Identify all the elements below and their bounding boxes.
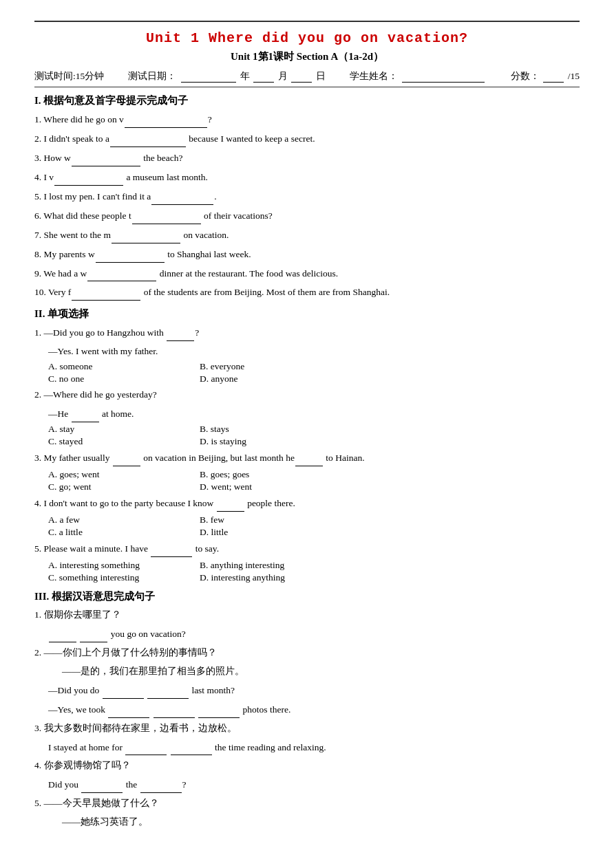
choice-2-5-B: B. anything interesting bbox=[200, 560, 324, 571]
blank-1-9 bbox=[87, 265, 156, 282]
sub-title: Unit 1第1课时 Section A（1a-2d） bbox=[34, 50, 580, 63]
q2-4-choices2: C. a little D. little bbox=[48, 527, 580, 538]
choice-2-4-A: A. a few bbox=[48, 514, 172, 525]
top-border bbox=[34, 21, 580, 22]
q1-7: 7. She went to the m on vacation. bbox=[34, 227, 580, 243]
q2-1-choices: A. someone B. everyone bbox=[48, 361, 580, 372]
q1-2: 2. I didn't speak to a because I wanted … bbox=[34, 131, 580, 147]
choice-2-3-B: B. goes; goes bbox=[200, 469, 324, 480]
blank-1-6 bbox=[132, 208, 201, 224]
q3-5-chinese-q: 5. ——今天早晨她做了什么？ bbox=[34, 796, 580, 812]
q1-6: 6. What did these people t of their vaca… bbox=[34, 208, 580, 224]
choice-2-3-A: A. goes; went bbox=[48, 469, 172, 480]
q1-10: 10. Very f of the students are from Beij… bbox=[34, 284, 580, 301]
blank-1-1 bbox=[125, 111, 207, 128]
blank-3-2a bbox=[103, 682, 144, 699]
q3-1-chinese: 1. 假期你去哪里了？ bbox=[34, 607, 580, 623]
q2-4-choices: A. a few B. few bbox=[48, 514, 580, 525]
score-field: 分数： /15 bbox=[511, 70, 580, 83]
choice-2-2-C: C. stayed bbox=[48, 436, 172, 447]
main-title: Unit 1 Where did you go on vacation? bbox=[34, 30, 580, 46]
choice-2-1-D: D. anyone bbox=[200, 373, 324, 384]
day-blank bbox=[291, 71, 312, 83]
q2-2-choices: A. stay B. stays bbox=[48, 424, 580, 435]
blank-3-2b bbox=[147, 682, 189, 699]
blank-2-3b bbox=[295, 450, 323, 466]
q2-5-choices: A. interesting something B. anything int… bbox=[48, 560, 580, 571]
info-row: 测试时间:15分钟 测试日期： 年 月 日 学生姓名： 分数： /15 bbox=[34, 70, 580, 87]
q1-8: 8. My parents w to Shanghai last week. bbox=[34, 246, 580, 263]
section3-title: III. 根据汉语意思完成句子 bbox=[34, 590, 580, 603]
blank-1-3 bbox=[72, 150, 140, 166]
blank-2-2 bbox=[72, 406, 99, 422]
blank-3-1a bbox=[49, 626, 76, 642]
q3-4-chinese: 4. 你参观博物馆了吗？ bbox=[34, 758, 580, 774]
choice-2-1-A: A. someone bbox=[48, 361, 172, 372]
q2-3-stem: 3. My father usually on vacation in Beij… bbox=[34, 450, 580, 466]
blank-1-8 bbox=[96, 246, 165, 263]
q3-4-english: Did you the ? bbox=[34, 777, 580, 793]
month-blank bbox=[253, 71, 274, 83]
blank-1-7 bbox=[112, 227, 180, 243]
choice-2-5-C: C. something interesting bbox=[48, 572, 172, 583]
q3-5-chinese-a: ——她练习英语了。 bbox=[34, 814, 580, 830]
choice-2-2-D: D. is staying bbox=[200, 436, 324, 447]
q2-3-choices2: C. go; went D. went; went bbox=[48, 481, 580, 492]
q2-1-dialog: —Yes. I went with my father. bbox=[34, 344, 580, 360]
choice-2-4-C: C. a little bbox=[48, 527, 172, 538]
q3-3-chinese: 3. 我大多数时间都待在家里，边看书，边放松。 bbox=[34, 721, 580, 737]
q1-1: 1. Where did he go on v ? bbox=[34, 111, 580, 128]
q3-1-english: you go on vacation? bbox=[34, 626, 580, 642]
q2-3-choices: A. goes; went B. goes; goes bbox=[48, 469, 580, 480]
blank-3-3a bbox=[125, 739, 167, 756]
q1-3: 3. How w the beach? bbox=[34, 150, 580, 166]
choice-2-3-C: C. go; went bbox=[48, 481, 172, 492]
q1-4: 4. I v a museum last month. bbox=[34, 169, 580, 186]
choice-2-3-D: D. went; went bbox=[200, 481, 324, 492]
q2-2-stem: 2. —Where did he go yesterday? bbox=[34, 387, 580, 403]
q2-2-choices2: C. stayed D. is staying bbox=[48, 436, 580, 447]
choice-2-2-A: A. stay bbox=[48, 424, 172, 435]
blank-3-2e bbox=[198, 702, 240, 718]
section2-title: II. 单项选择 bbox=[34, 307, 580, 321]
blank-3-3b bbox=[171, 739, 212, 756]
year-blank bbox=[181, 71, 236, 83]
choice-2-2-B: B. stays bbox=[200, 424, 324, 435]
q2-1-choices2: C. no one D. anyone bbox=[48, 373, 580, 384]
choice-2-5-A: A. interesting something bbox=[48, 560, 172, 571]
blank-3-4b bbox=[140, 777, 182, 793]
q3-2-chinese-a: ——是的，我们在那里拍了相当多的照片。 bbox=[34, 664, 580, 680]
blank-1-5 bbox=[151, 188, 213, 205]
blank-2-1 bbox=[167, 325, 194, 341]
blank-1-4 bbox=[54, 169, 123, 186]
blank-2-5 bbox=[151, 541, 192, 557]
q3-2-english-q: —Did you do last month? bbox=[34, 682, 580, 699]
blank-2-3a bbox=[113, 450, 140, 466]
name-blank bbox=[402, 71, 485, 83]
choice-2-1-C: C. no one bbox=[48, 373, 172, 384]
q3-2-chinese-q: 2. ——你们上个月做了什么特别的事情吗？ bbox=[34, 645, 580, 661]
choice-2-5-D: D. interesting anything bbox=[200, 572, 324, 583]
q2-5-choices2: C. something interesting D. interesting … bbox=[48, 572, 580, 583]
blank-1-10 bbox=[72, 284, 140, 301]
blank-1-2 bbox=[110, 131, 186, 147]
q2-2-dialog: —He at home. bbox=[34, 406, 580, 422]
q2-4-stem: 4. I don't want to go to the party becau… bbox=[34, 495, 580, 512]
section1-title: I. 根据句意及首字母提示完成句子 bbox=[34, 94, 580, 107]
choice-2-1-B: B. everyone bbox=[200, 361, 324, 372]
time-label: 测试时间:15分钟 bbox=[34, 70, 104, 83]
choice-2-4-B: B. few bbox=[200, 514, 324, 525]
date-field: 测试日期： 年 月 日 bbox=[128, 70, 325, 83]
score-blank bbox=[543, 71, 564, 83]
q2-1-stem: 1. —Did you go to Hangzhou with ? bbox=[34, 325, 580, 341]
q1-5: 5. I lost my pen. I can't find it a . bbox=[34, 188, 580, 205]
blank-3-2c bbox=[108, 702, 149, 718]
blank-2-4 bbox=[217, 495, 244, 512]
blank-3-4a bbox=[81, 777, 123, 793]
choice-2-4-D: D. little bbox=[200, 527, 324, 538]
blank-3-2d bbox=[154, 702, 195, 718]
blank-3-1b bbox=[80, 626, 107, 642]
q1-9: 9. We had a w dinner at the restaurant. … bbox=[34, 265, 580, 282]
name-field: 学生姓名： bbox=[350, 70, 487, 83]
q2-5-stem: 5. Please wait a minute. I have to say. bbox=[34, 541, 580, 557]
